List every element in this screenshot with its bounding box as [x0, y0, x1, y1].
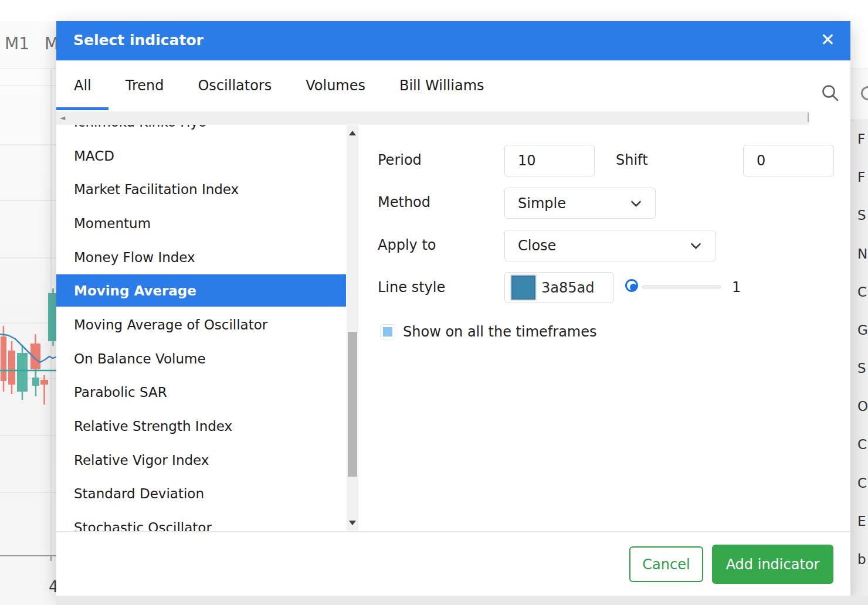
- cancel-button[interactable]: Cancel: [629, 546, 703, 582]
- line-color-picker[interactable]: 3a85ad: [504, 272, 614, 303]
- right-panel-item-text: S: [857, 361, 868, 376]
- right-panel-item-text: N: [857, 246, 868, 261]
- list-item-standard-deviation[interactable]: Standard Deviation: [56, 477, 346, 509]
- dialog-title: Select indicator: [73, 32, 204, 49]
- method-select[interactable]: Simple: [504, 188, 656, 219]
- list-item-stochastic-oscillator[interactable]: Stochastic Oscillator: [56, 511, 346, 531]
- right-panel-item-text: E: [857, 514, 868, 529]
- line-style-label: Line style: [378, 279, 445, 295]
- scroll-up-icon[interactable]: [349, 131, 356, 135]
- list-item-moving-average[interactable]: Moving Average: [56, 274, 346, 307]
- apply-to-select[interactable]: Close: [504, 230, 716, 261]
- right-panel-item-text: F: [857, 169, 868, 185]
- method-select-value: Simple: [518, 195, 566, 212]
- list-item-market-facilitation-index[interactable]: Market Facilitation Index: [56, 173, 346, 205]
- line-width-value: 1: [732, 279, 741, 295]
- search-icon[interactable]: [821, 84, 840, 103]
- right-panel-item-text: S: [857, 208, 868, 223]
- apply-to-select-value: Close: [518, 237, 556, 254]
- tab-volumes[interactable]: Volumes: [306, 77, 365, 94]
- add-indicator-button[interactable]: Add indicator: [712, 545, 833, 584]
- list-item-relative-vigor-index[interactable]: Relative Vigor Index: [56, 444, 346, 476]
- right-panel-item-text: C: [857, 284, 868, 300]
- candlestick-chart: [0, 21, 56, 605]
- right-panel-item-text: O: [857, 399, 868, 414]
- timeframe-button-m1[interactable]: M1: [5, 34, 29, 53]
- tab-bill-williams[interactable]: Bill Williams: [399, 77, 484, 94]
- active-tab-underline: [56, 107, 108, 110]
- close-icon[interactable]: ✕: [820, 29, 835, 50]
- slider-dot: [630, 284, 637, 291]
- screen: M1 M 4 FFSNCGSOCCEb Select indicator ✕ A…: [0, 0, 868, 605]
- footer-divider: [56, 531, 850, 532]
- period-input[interactable]: [504, 145, 595, 176]
- dialog-header: Select indicator ✕: [56, 21, 850, 60]
- list-item-parabolic-sar[interactable]: Parabolic SAR: [56, 376, 346, 408]
- right-panel-item-text: b: [857, 552, 868, 567]
- list-item-macd[interactable]: MACD: [56, 140, 346, 172]
- period-label: Period: [378, 152, 422, 168]
- chevron-down-icon: [630, 196, 641, 206]
- tab-trend[interactable]: Trend: [126, 77, 164, 94]
- scrollbar-tick: [808, 113, 809, 122]
- scrollbar-thumb[interactable]: [348, 332, 357, 477]
- page-background-strip: [56, 596, 868, 605]
- right-panel-item-text: F: [857, 131, 868, 147]
- list-item-money-flow-index[interactable]: Money Flow Index: [56, 241, 346, 273]
- apply-to-label: Apply to: [378, 237, 436, 253]
- tab-bar: AllTrendOscillatorsVolumesBill Williams: [74, 77, 484, 94]
- tab-oscillators[interactable]: Oscillators: [198, 77, 272, 94]
- show-all-timeframes-checkbox[interactable]: [380, 324, 395, 339]
- list-item-relative-strength-index[interactable]: Relative Strength Index: [56, 410, 346, 442]
- checkbox-checked-fill: [383, 327, 392, 337]
- line-width-slider-handle[interactable]: [625, 279, 638, 292]
- chevron-down-icon: [690, 239, 701, 249]
- scroll-left-icon[interactable]: ◄: [60, 114, 65, 122]
- method-label: Method: [378, 194, 430, 210]
- line-width-slider-track[interactable]: [642, 285, 721, 288]
- tab-all[interactable]: All: [74, 77, 91, 94]
- vertical-scrollbar[interactable]: [347, 125, 358, 531]
- right-panel-header: [850, 21, 868, 69]
- right-panel-item-text: C: [857, 475, 868, 491]
- shift-input[interactable]: [743, 145, 834, 176]
- list-item-on-balance-volume[interactable]: On Balance Volume: [56, 342, 346, 375]
- right-panel-item-text: C: [857, 437, 868, 452]
- horizontal-scrollbar[interactable]: ◄: [56, 111, 809, 125]
- list-item-momentum[interactable]: Momentum: [56, 207, 346, 239]
- list-item-moving-average-of-oscillator[interactable]: Moving Average of Oscillator: [56, 308, 346, 341]
- color-hex-value: 3a85ad: [541, 280, 594, 296]
- shift-label: Shift: [616, 152, 648, 168]
- color-swatch: [511, 276, 535, 300]
- scroll-down-icon[interactable]: [349, 521, 356, 525]
- right-panel-item-text: G: [857, 322, 868, 338]
- select-indicator-dialog: Select indicator ✕ AllTrendOscillatorsVo…: [56, 21, 850, 596]
- show-all-timeframes-label: Show on all the timeframes: [403, 324, 597, 340]
- list-item-ichimoku-kinko-hyo[interactable]: Ichimoku Kinko Hyo: [56, 125, 346, 138]
- indicator-list: Ichimoku Kinko HyoMACDMarket Facilitatio…: [56, 125, 346, 531]
